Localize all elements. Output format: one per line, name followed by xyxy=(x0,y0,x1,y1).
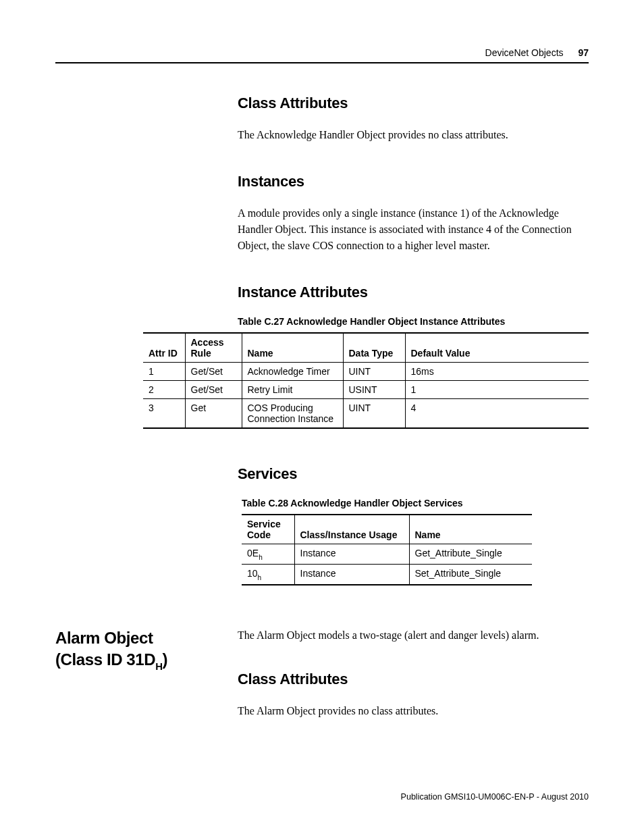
body-class-attributes-1: The Acknowledge Handler Object provides … xyxy=(238,127,589,143)
table-c28: Service Code Class/Instance Usage Name 0… xyxy=(242,514,532,585)
table-c27-caption: Table C.27 Acknowledge Handler Object In… xyxy=(238,316,589,327)
side-heading-alarm-object: Alarm Object (Class ID 31DH) xyxy=(55,627,238,673)
code-sub: h xyxy=(259,554,263,561)
cell: UINT xyxy=(343,399,405,429)
heading-instances: Instances xyxy=(238,173,589,190)
cell: Get/Set xyxy=(185,381,242,399)
cell: Instance xyxy=(294,564,409,584)
th-data-type: Data Type xyxy=(343,333,405,363)
cell: COS Producing Connection Instance xyxy=(242,399,343,429)
heading-instance-attributes: Instance Attributes xyxy=(238,284,589,301)
table-row: 10h Instance Set_Attribute_Single xyxy=(242,564,532,584)
cell: 3 xyxy=(143,399,185,429)
cell: UINT xyxy=(343,363,405,381)
heading-class-attributes-2: Class Attributes xyxy=(238,671,589,688)
cell: 1 xyxy=(143,363,185,381)
heading-services: Services xyxy=(238,465,589,483)
cell: Retry Limit xyxy=(242,381,343,399)
alarm-main: The Alarm Object models a two-stage (ale… xyxy=(238,627,589,742)
running-header: DeviceNet Objects 97 xyxy=(485,47,589,58)
cell: 0Eh xyxy=(242,544,294,565)
cell: Get xyxy=(185,399,242,429)
table-c27: Attr ID Access Rule Name Data Type Defau… xyxy=(143,332,589,429)
cell: Acknowledge Timer xyxy=(242,363,343,381)
table-row: 3 Get COS Producing Connection Instance … xyxy=(143,399,589,429)
table-c28-header-row: Service Code Class/Instance Usage Name xyxy=(242,515,532,544)
side-heading-line2-sub: H xyxy=(155,661,162,672)
cell: Get_Attribute_Single xyxy=(409,544,532,565)
code-main: 0E xyxy=(247,548,259,558)
cell: 2 xyxy=(143,381,185,399)
cell: 1 xyxy=(405,381,589,399)
body-class-attributes-2: The Alarm Object provides no class attri… xyxy=(238,703,589,719)
side-heading-line2-pre: (Class ID 31D xyxy=(55,650,155,669)
alarm-object-block: Alarm Object (Class ID 31DH) The Alarm O… xyxy=(238,627,589,742)
side-heading-line2-post: ) xyxy=(163,650,168,669)
table-row: 1 Get/Set Acknowledge Timer UINT 16ms xyxy=(143,363,589,381)
services-block: Services Table C.28 Acknowledge Handler … xyxy=(238,465,589,585)
th-service-code: Service Code xyxy=(242,515,294,544)
body-alarm-intro: The Alarm Object models a two-stage (ale… xyxy=(238,627,589,644)
th-class-instance-usage: Class/Instance Usage xyxy=(294,515,409,544)
side-heading-wrap: Alarm Object (Class ID 31DH) xyxy=(55,627,238,673)
table-row: 0Eh Instance Get_Attribute_Single xyxy=(242,544,532,565)
cell: 4 xyxy=(405,399,589,429)
page-number: 97 xyxy=(578,47,589,58)
heading-class-attributes-1: Class Attributes xyxy=(238,95,589,112)
page: DeviceNet Objects 97 Class Attributes Th… xyxy=(0,0,644,834)
footer-publication: Publication GMSI10-UM006C-EN-P - August … xyxy=(401,792,589,802)
cell: 10h xyxy=(242,564,294,584)
cell: Instance xyxy=(294,544,409,565)
class-attributes-block-1: Class Attributes The Acknowledge Handler… xyxy=(238,95,589,143)
table-c27-header-row: Attr ID Access Rule Name Data Type Defau… xyxy=(143,333,589,363)
cell: 16ms xyxy=(405,363,589,381)
th-name: Name xyxy=(242,333,343,363)
th-attr-id: Attr ID xyxy=(143,333,185,363)
body-instances: A module provides only a single instance… xyxy=(238,205,589,254)
code-main: 10 xyxy=(247,568,258,579)
th-access-rule: Access Rule xyxy=(185,333,242,363)
cell: USINT xyxy=(343,381,405,399)
th-default-value: Default Value xyxy=(405,333,589,363)
header-section: DeviceNet Objects xyxy=(485,47,564,58)
instance-attributes-block: Instance Attributes Table C.27 Acknowled… xyxy=(238,284,589,429)
content-area: Class Attributes The Acknowledge Handler… xyxy=(55,88,589,772)
right-column: Class Attributes The Acknowledge Handler… xyxy=(238,95,589,742)
table-c28-caption: Table C.28 Acknowledge Handler Object Se… xyxy=(242,498,589,509)
th-name: Name xyxy=(409,515,532,544)
cell: Set_Attribute_Single xyxy=(409,564,532,584)
instances-block: Instances A module provides only a singl… xyxy=(238,173,589,254)
header-rule xyxy=(55,62,589,63)
table-row: 2 Get/Set Retry Limit USINT 1 xyxy=(143,381,589,399)
code-sub: h xyxy=(258,574,262,581)
side-heading-line1: Alarm Object xyxy=(55,629,153,647)
cell: Get/Set xyxy=(185,363,242,381)
